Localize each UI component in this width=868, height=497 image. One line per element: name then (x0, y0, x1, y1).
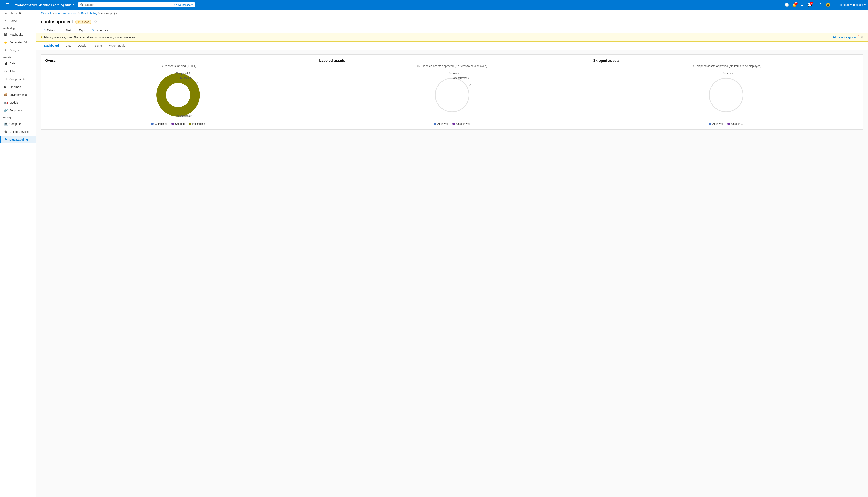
labeled-assets-donut-svg (428, 71, 476, 119)
legend-skipped-unapproved: Unappro... (728, 122, 743, 125)
pipelines-icon: ▶ (4, 85, 8, 89)
unapproved-dot (453, 123, 455, 125)
jobs-icon: ⚙ (4, 69, 8, 73)
sidebar-item-components[interactable]: ⊞ Components (0, 75, 36, 83)
data-labeling-icon: ✎ (4, 138, 8, 141)
refresh-button[interactable]: ↻ Refresh (41, 27, 59, 33)
sidebar-item-label: Notebooks (10, 33, 23, 36)
skipped-assets-donut-container: Approved: (702, 71, 750, 119)
sidebar-item-linked-services[interactable]: 🔌 Linked Services (0, 128, 36, 136)
account-chevron-icon: ▾ (864, 3, 866, 6)
incomplete-dot (189, 123, 191, 125)
sidebar-item-label: Jobs (10, 70, 15, 73)
start-button[interactable]: ▷ Start (59, 27, 73, 33)
sidebar-item-data-labeling[interactable]: ✎ Data Labeling (0, 136, 36, 143)
sidebar-item-label: Automated ML (10, 41, 28, 44)
skipped-assets-chart-card: Skipped assets 0 / 0 skipped assets appr… (589, 54, 863, 129)
breadcrumb-microsoft[interactable]: Microsoft (41, 12, 52, 15)
toolbar: ↻ Refresh ▷ Start ↑ Export ✎ Label data (41, 26, 863, 33)
sidebar-item-models[interactable]: 🤖 Models (0, 99, 36, 106)
sidebar-item-pipelines[interactable]: ▶ Pipelines (0, 83, 36, 91)
app-body: ← Microsoft ⌂ Home Authoring 📓 Notebooks… (0, 10, 868, 497)
labeled-assets-subtitle: 0 / 0 labeled assets approved (No items … (319, 65, 585, 68)
username-label: contosoworkspace (840, 3, 863, 6)
breadcrumb-workspace[interactable]: contosoworkspace (55, 12, 77, 15)
compute-icon: 💻 (4, 122, 8, 126)
skipped-assets-legend: Approved Unappro... (593, 122, 859, 125)
search-input[interactable] (85, 3, 171, 6)
sidebar-item-designer[interactable]: ✏ Designer (0, 46, 36, 54)
sidebar-item-label: Compute (10, 122, 21, 126)
page-title: contosoproject (41, 19, 73, 25)
tab-vision-studio[interactable]: Vision Studio (106, 42, 128, 50)
sidebar-item-data[interactable]: 🗄 Data (0, 60, 36, 67)
chevron-down-icon: ▾ (191, 3, 193, 6)
overall-chart-title: Overall (45, 59, 311, 63)
start-icon: ▷ (62, 29, 64, 32)
feedback-btn[interactable]: 💬 14 (807, 2, 813, 8)
sidebar-item-microsoft[interactable]: ← Microsoft (0, 10, 36, 17)
feedback-badge: 14 (810, 2, 813, 5)
skipped-assets-title: Skipped assets (593, 59, 859, 63)
sidebar-item-endpoints[interactable]: 🔗 Endpoints (0, 106, 36, 114)
skipped-unapproved-dot (728, 123, 730, 125)
tab-details[interactable]: Details (74, 42, 89, 50)
breadcrumb-data-labeling[interactable]: Data Labeling (81, 12, 97, 15)
favorite-star-icon[interactable]: ☆ (94, 20, 97, 24)
tab-insights[interactable]: Insights (89, 42, 106, 50)
svg-line-10 (468, 83, 472, 87)
sidebar-item-compute[interactable]: 💻 Compute (0, 120, 36, 128)
sidebar-item-automated-ml[interactable]: ⚡ Automated ML (0, 38, 36, 46)
sidebar-section-assets: Assets (0, 54, 36, 60)
hamburger-menu[interactable]: ☰ (2, 0, 12, 10)
app-brand: Microsoft Azure Machine Learning Studio (15, 3, 74, 6)
banner-collapse-icon[interactable]: ∨ (861, 36, 863, 39)
unapproved-label: Unapproved: 0 (453, 76, 469, 79)
sidebar-item-jobs[interactable]: ⚙ Jobs (0, 67, 36, 75)
breadcrumb-current: contosoproject (101, 12, 118, 15)
sidebar-section-manage: Manage (0, 114, 36, 120)
add-label-categories-link[interactable]: Add label categories. (831, 35, 859, 39)
incomplete-label: Incomplete: 32 (176, 115, 192, 117)
status-badge: Paused (75, 20, 92, 24)
sidebar-item-notebooks[interactable]: 📓 Notebooks (0, 30, 36, 38)
skipped-label: Skipped: 0 (180, 76, 192, 79)
export-button[interactable]: ↑ Export (74, 27, 89, 33)
legend-unapproved: Unapproved (453, 122, 470, 125)
linked-services-icon: 🔌 (4, 130, 8, 133)
tab-data[interactable]: Data (62, 42, 74, 50)
notifications-btn[interactable]: 🔔 23 (791, 2, 798, 8)
label-data-button[interactable]: ✎ Label data (90, 27, 111, 33)
approved-label: Approved: 0 (449, 72, 462, 75)
tab-dashboard[interactable]: Dashboard (41, 42, 62, 50)
sidebar-item-environments[interactable]: 📦 Environments (0, 91, 36, 99)
overall-chart-legend: Completed Skipped Incomplete (45, 122, 311, 125)
overall-donut-container: Completed: 0 Skipped: 0 Incomplete: 32 (154, 71, 202, 119)
home-icon: ⌂ (4, 19, 8, 23)
warning-banner: ℹ Missing label categories: The project … (36, 33, 868, 42)
skipped-approved-label: Approved: (723, 72, 734, 75)
labeled-assets-legend: Approved Unapproved (319, 122, 585, 125)
smiley-btn[interactable]: 😊 (825, 2, 831, 8)
main-content: Microsoft > contosoworkspace > Data Labe… (36, 10, 868, 497)
overall-chart-card: Overall 0 / 32 assets labeled (0.00%) (41, 54, 315, 129)
clock-icon-btn[interactable]: 🕐 (784, 2, 790, 8)
automated-ml-icon: ⚡ (4, 40, 8, 44)
legend-skipped: Skipped (171, 122, 184, 125)
sidebar-item-label: Linked Services (10, 130, 29, 133)
legend-skipped-approved: Approved (709, 122, 724, 125)
search-bar[interactable]: 🔍 This workspace ▾ (78, 2, 195, 7)
settings-btn[interactable]: ⚙ (799, 2, 805, 8)
svg-point-1 (166, 83, 190, 107)
search-workspace-toggle[interactable]: This workspace ▾ (173, 3, 193, 6)
status-label: Paused (80, 20, 89, 24)
status-indicator (78, 21, 80, 23)
help-btn[interactable]: ? (817, 2, 824, 8)
approved-dot (434, 123, 436, 125)
models-icon: 🤖 (4, 101, 8, 104)
sidebar-item-home[interactable]: ⌂ Home (0, 17, 36, 25)
export-icon: ↑ (77, 29, 78, 32)
sidebar-item-label: Environments (10, 93, 27, 96)
legend-approved: Approved (434, 122, 449, 125)
user-account-btn[interactable]: contosoworkspace ▾ (837, 3, 866, 6)
